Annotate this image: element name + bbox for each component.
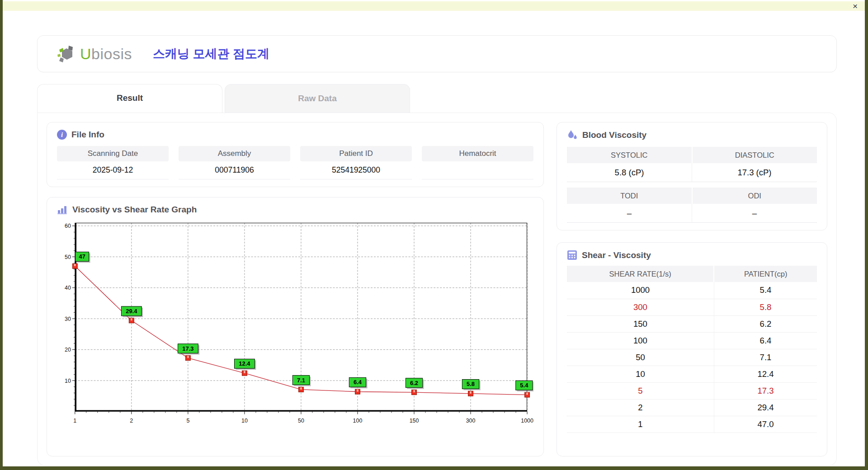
shear-viscosity-title-row: Shear - Viscosity [567,250,817,260]
svg-text:17.3: 17.3 [182,345,193,352]
svg-text:2: 2 [130,418,133,424]
graph-title-row: Viscosity vs Shear Rate Graph [57,205,533,215]
sv-patient: 47.0 [714,416,817,432]
header-card: Ubiosis 스캐닝 모세관 점도계 [37,35,837,72]
svg-text:12.4: 12.4 [239,360,250,367]
bv-header-row: TODI ODI [567,188,817,204]
svg-text:20: 20 [65,347,71,353]
droplets-icon [567,130,578,141]
svg-text:5.4: 5.4 [520,382,528,389]
svg-text:50: 50 [298,418,304,424]
blood-viscosity-title: Blood Viscosity [582,130,646,140]
svg-text:10: 10 [65,378,71,384]
table-row: 1012.4 [567,366,817,382]
sv-shear-rate: 2 [567,399,714,416]
left-column: i File Info Scanning Date 2025-09-12 Ass… [47,122,544,456]
field-label: Scanning Date [57,146,169,161]
file-info-fields: Scanning Date 2025-09-12 Assembly 000711… [57,146,533,179]
bv-header-diastolic: DIASTOLIC [693,147,817,163]
blood-viscosity-panel: Blood Viscosity SYSTOLIC DIASTOLIC 5.8 (… [557,122,827,230]
svg-text:100: 100 [353,418,363,424]
svg-text:7.1: 7.1 [297,377,305,384]
field-assembly: Assembly 000711906 [179,146,290,179]
field-scanning-date: Scanning Date 2025-09-12 [57,146,169,179]
svg-text:150: 150 [410,418,419,424]
sv-shear-rate: 300 [567,299,714,315]
viscosity-chart: 102030405060125105010015030010004729.417… [57,219,533,430]
tab-bar: Result Raw Data [37,84,837,113]
info-icon: i [57,130,67,140]
field-value: 000711906 [179,161,290,179]
sv-shear-rate: 10 [567,366,714,382]
sv-col-patient: PATIENT(cp) [714,266,817,282]
file-info-title-row: i File Info [57,130,533,140]
table-row: 147.0 [567,416,817,432]
page-content: Ubiosis 스캐닝 모세관 점도계 Result Raw Data i Fi… [3,11,865,466]
bv-value-odi: – [692,204,817,223]
window-titlebar: × [3,1,865,11]
field-label: Hematocrit [422,146,533,161]
close-icon[interactable]: × [853,2,858,10]
svg-text:40: 40 [65,285,71,291]
ubiosis-logo-icon [57,44,77,63]
svg-text:1000: 1000 [521,418,533,424]
logo-text: Ubiosis [80,45,132,63]
table-row: 3005.8 [567,299,817,315]
sv-shear-rate: 1000 [567,282,714,299]
svg-text:5: 5 [186,418,189,424]
sv-shear-rate: 100 [567,332,714,349]
svg-text:30: 30 [65,316,71,322]
chart-wrapper: 102030405060125105010015030010004729.417… [57,219,533,430]
bv-header-row: SYSTOLIC DIASTOLIC [567,147,817,163]
svg-text:50: 50 [65,254,71,260]
bv-value-row: – – [567,204,817,223]
logo-text-biosis: biosis [91,45,132,62]
bv-header-systolic: SYSTOLIC [567,147,692,163]
file-info-panel: i File Info Scanning Date 2025-09-12 Ass… [47,122,544,187]
calculator-icon [567,250,577,260]
table-row: 229.4 [567,399,817,416]
right-column: Blood Viscosity SYSTOLIC DIASTOLIC 5.8 (… [557,122,827,456]
ubiosis-logo: Ubiosis [57,44,132,63]
svg-text:1: 1 [73,418,76,424]
bv-header-odi: ODI [693,188,817,204]
shear-viscosity-table: SHEAR RATE(1/s) PATIENT(cp) 10005.4 3005… [567,266,817,433]
bv-value-row: 5.8 (cP) 17.3 (cP) [567,163,817,182]
field-hematocrit: Hematocrit [422,146,533,179]
table-row: 1506.2 [567,315,817,332]
sv-header-row: SHEAR RATE(1/s) PATIENT(cp) [567,266,817,282]
sv-patient: 6.2 [714,315,817,332]
svg-text:10: 10 [241,418,248,424]
bv-value-diastolic: 17.3 (cP) [692,163,817,182]
svg-text:29.4: 29.4 [126,308,137,315]
field-label: Patient ID [300,146,412,161]
bv-header-todi: TODI [567,188,692,204]
field-value: 52541925000 [300,161,412,179]
svg-text:6.4: 6.4 [354,379,362,385]
field-patient-id: Patient ID 52541925000 [300,146,412,179]
tab-raw-data[interactable]: Raw Data [225,84,410,113]
sv-patient: 17.3 [714,382,817,399]
table-row: 507.1 [567,349,817,366]
logo-text-u: U [80,45,91,62]
svg-text:5.8: 5.8 [467,381,475,387]
blood-viscosity-table: SYSTOLIC DIASTOLIC 5.8 (cP) 17.3 (cP) TO… [567,147,817,223]
shear-viscosity-title: Shear - Viscosity [582,250,651,260]
sv-col-shear-rate: SHEAR RATE(1/s) [567,266,714,282]
sv-patient: 29.4 [714,399,817,416]
field-value [422,161,533,179]
graph-title: Viscosity vs Shear Rate Graph [72,205,197,215]
bv-value-todi: – [567,204,692,223]
blood-viscosity-title-row: Blood Viscosity [567,130,817,141]
tab-result[interactable]: Result [37,84,222,113]
svg-text:300: 300 [466,418,476,424]
svg-text:60: 60 [65,223,71,229]
bar-chart-icon [57,205,68,215]
app-title: 스캐닝 모세관 점도계 [153,46,269,62]
svg-text:6.2: 6.2 [410,380,418,386]
sv-shear-rate: 50 [567,349,714,366]
table-row: 1006.4 [567,332,817,349]
sv-shear-rate: 1 [567,416,714,432]
sv-patient: 6.4 [714,332,817,349]
result-tab-content: i File Info Scanning Date 2025-09-12 Ass… [37,113,837,466]
